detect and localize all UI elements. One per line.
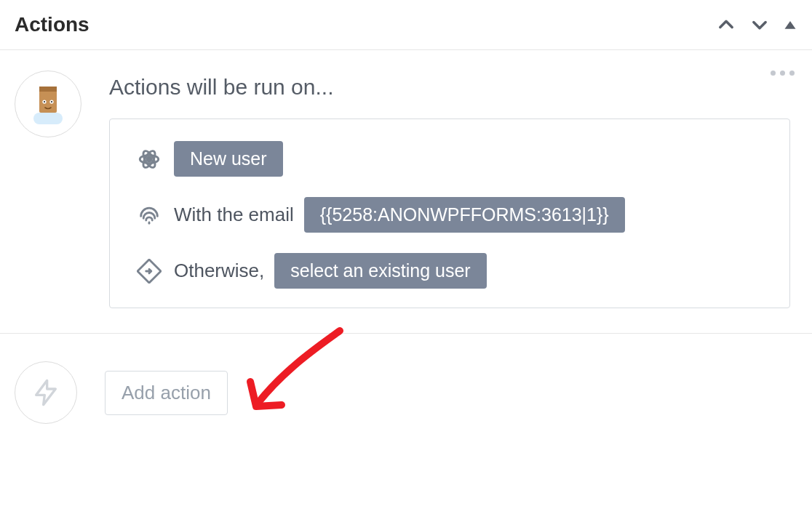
otherwise-prefix-label: Otherwise,: [174, 260, 264, 282]
lightning-bolt-icon: [31, 376, 60, 409]
chevron-up-icon: [716, 15, 736, 35]
chevron-down-icon: [749, 15, 770, 35]
svg-point-8: [147, 156, 152, 161]
fingerprint-icon: [135, 203, 164, 228]
rule-otherwise: Otherwise, select an existing user: [135, 253, 765, 289]
action-placeholder-avatar: [15, 361, 77, 424]
svg-point-6: [44, 101, 45, 103]
move-down-button[interactable]: [749, 15, 770, 35]
new-user-pill[interactable]: New user: [174, 141, 283, 177]
avatar: [15, 71, 81, 137]
user-avatar-icon: [28, 84, 68, 124]
svg-marker-13: [36, 380, 56, 404]
direction-icon: [135, 259, 164, 284]
email-token-pill[interactable]: {{5258:ANONWPFFORMS:3613|1}}: [304, 197, 625, 233]
svg-rect-1: [33, 113, 63, 124]
add-action-button[interactable]: Add action: [105, 371, 228, 415]
rules-card: New user With the email {{5258:ANONWPFFO…: [109, 119, 790, 308]
rule-new-user: New user: [135, 141, 765, 177]
atom-icon: [135, 147, 164, 172]
svg-marker-0: [785, 21, 796, 29]
email-prefix-label: With the email: [174, 204, 294, 226]
more-options-button[interactable]: [771, 71, 795, 76]
actions-run-on-title: Actions will be run on...: [109, 75, 797, 100]
triangle-up-icon: [783, 17, 797, 32]
add-action-section: Add action: [0, 334, 812, 453]
panel-controls: [716, 15, 797, 35]
collapse-button[interactable]: [783, 17, 797, 32]
svg-rect-3: [39, 87, 57, 92]
rule-email: With the email {{5258:ANONWPFFORMS:3613|…: [135, 197, 765, 233]
svg-point-7: [51, 101, 52, 103]
select-existing-user-pill[interactable]: select an existing user: [274, 253, 486, 289]
move-up-button[interactable]: [716, 15, 736, 35]
panel-header: Actions: [0, 0, 812, 50]
annotation-arrow-icon: [242, 325, 358, 427]
actions-run-on-section: Actions will be run on... New user: [0, 50, 812, 334]
panel-title: Actions: [15, 13, 89, 36]
